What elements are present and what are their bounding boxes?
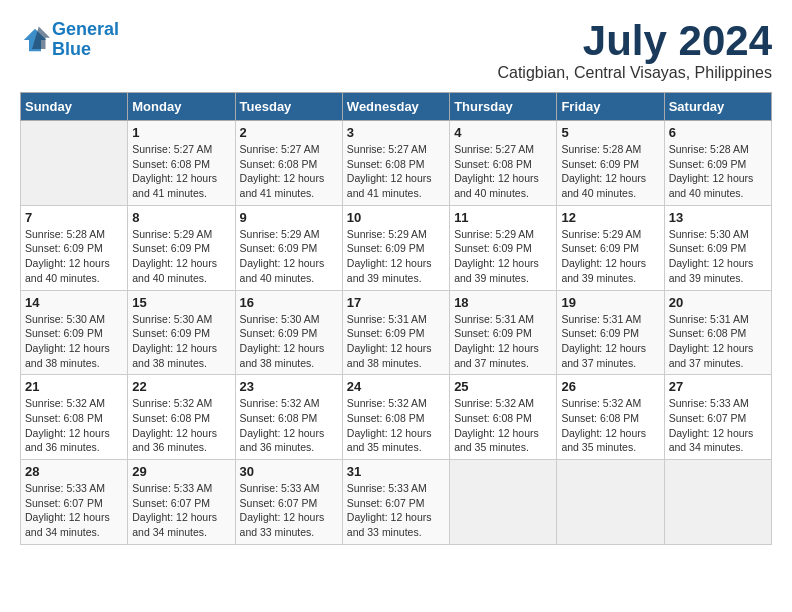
day-number: 14 <box>25 295 123 310</box>
calendar-cell: 30Sunrise: 5:33 AMSunset: 6:07 PMDayligh… <box>235 460 342 545</box>
calendar-cell: 15Sunrise: 5:30 AMSunset: 6:09 PMDayligh… <box>128 290 235 375</box>
day-number: 30 <box>240 464 338 479</box>
day-info: Sunrise: 5:29 AMSunset: 6:09 PMDaylight:… <box>240 227 338 286</box>
day-number: 7 <box>25 210 123 225</box>
logo: General Blue <box>20 20 119 60</box>
title-block: July 2024 Catigbian, Central Visayas, Ph… <box>497 20 772 82</box>
day-number: 26 <box>561 379 659 394</box>
calendar-cell: 17Sunrise: 5:31 AMSunset: 6:09 PMDayligh… <box>342 290 449 375</box>
day-info: Sunrise: 5:30 AMSunset: 6:09 PMDaylight:… <box>240 312 338 371</box>
calendar-cell: 18Sunrise: 5:31 AMSunset: 6:09 PMDayligh… <box>450 290 557 375</box>
day-number: 12 <box>561 210 659 225</box>
calendar-cell: 10Sunrise: 5:29 AMSunset: 6:09 PMDayligh… <box>342 205 449 290</box>
day-info: Sunrise: 5:32 AMSunset: 6:08 PMDaylight:… <box>454 396 552 455</box>
day-number: 25 <box>454 379 552 394</box>
location-title: Catigbian, Central Visayas, Philippines <box>497 64 772 82</box>
calendar-header: SundayMondayTuesdayWednesdayThursdayFrid… <box>21 93 772 121</box>
day-number: 5 <box>561 125 659 140</box>
calendar-cell: 28Sunrise: 5:33 AMSunset: 6:07 PMDayligh… <box>21 460 128 545</box>
week-row-1: 1Sunrise: 5:27 AMSunset: 6:08 PMDaylight… <box>21 121 772 206</box>
header-day-thursday: Thursday <box>450 93 557 121</box>
day-number: 27 <box>669 379 767 394</box>
day-info: Sunrise: 5:32 AMSunset: 6:08 PMDaylight:… <box>347 396 445 455</box>
day-info: Sunrise: 5:31 AMSunset: 6:08 PMDaylight:… <box>669 312 767 371</box>
day-number: 19 <box>561 295 659 310</box>
day-number: 8 <box>132 210 230 225</box>
day-number: 23 <box>240 379 338 394</box>
header-day-saturday: Saturday <box>664 93 771 121</box>
day-info: Sunrise: 5:27 AMSunset: 6:08 PMDaylight:… <box>132 142 230 201</box>
day-number: 28 <box>25 464 123 479</box>
day-info: Sunrise: 5:27 AMSunset: 6:08 PMDaylight:… <box>240 142 338 201</box>
calendar-cell: 14Sunrise: 5:30 AMSunset: 6:09 PMDayligh… <box>21 290 128 375</box>
day-info: Sunrise: 5:32 AMSunset: 6:08 PMDaylight:… <box>240 396 338 455</box>
day-number: 22 <box>132 379 230 394</box>
day-number: 18 <box>454 295 552 310</box>
day-number: 31 <box>347 464 445 479</box>
day-number: 13 <box>669 210 767 225</box>
day-number: 20 <box>669 295 767 310</box>
day-number: 16 <box>240 295 338 310</box>
day-info: Sunrise: 5:29 AMSunset: 6:09 PMDaylight:… <box>132 227 230 286</box>
calendar-cell: 7Sunrise: 5:28 AMSunset: 6:09 PMDaylight… <box>21 205 128 290</box>
calendar-cell <box>450 460 557 545</box>
calendar-cell: 8Sunrise: 5:29 AMSunset: 6:09 PMDaylight… <box>128 205 235 290</box>
month-year-title: July 2024 <box>497 20 772 62</box>
calendar-cell: 1Sunrise: 5:27 AMSunset: 6:08 PMDaylight… <box>128 121 235 206</box>
calendar-cell: 19Sunrise: 5:31 AMSunset: 6:09 PMDayligh… <box>557 290 664 375</box>
calendar-cell <box>664 460 771 545</box>
logo-line1: General <box>52 19 119 39</box>
header-day-monday: Monday <box>128 93 235 121</box>
calendar-cell: 2Sunrise: 5:27 AMSunset: 6:08 PMDaylight… <box>235 121 342 206</box>
calendar-cell <box>557 460 664 545</box>
day-info: Sunrise: 5:33 AMSunset: 6:07 PMDaylight:… <box>25 481 123 540</box>
calendar-cell: 5Sunrise: 5:28 AMSunset: 6:09 PMDaylight… <box>557 121 664 206</box>
day-number: 4 <box>454 125 552 140</box>
day-number: 15 <box>132 295 230 310</box>
day-info: Sunrise: 5:33 AMSunset: 6:07 PMDaylight:… <box>347 481 445 540</box>
day-info: Sunrise: 5:29 AMSunset: 6:09 PMDaylight:… <box>561 227 659 286</box>
day-number: 10 <box>347 210 445 225</box>
week-row-5: 28Sunrise: 5:33 AMSunset: 6:07 PMDayligh… <box>21 460 772 545</box>
day-info: Sunrise: 5:32 AMSunset: 6:08 PMDaylight:… <box>25 396 123 455</box>
day-info: Sunrise: 5:33 AMSunset: 6:07 PMDaylight:… <box>240 481 338 540</box>
day-info: Sunrise: 5:27 AMSunset: 6:08 PMDaylight:… <box>347 142 445 201</box>
day-info: Sunrise: 5:28 AMSunset: 6:09 PMDaylight:… <box>25 227 123 286</box>
calendar-cell: 12Sunrise: 5:29 AMSunset: 6:09 PMDayligh… <box>557 205 664 290</box>
calendar-cell: 4Sunrise: 5:27 AMSunset: 6:08 PMDaylight… <box>450 121 557 206</box>
day-number: 21 <box>25 379 123 394</box>
week-row-4: 21Sunrise: 5:32 AMSunset: 6:08 PMDayligh… <box>21 375 772 460</box>
day-number: 29 <box>132 464 230 479</box>
day-number: 11 <box>454 210 552 225</box>
day-info: Sunrise: 5:31 AMSunset: 6:09 PMDaylight:… <box>454 312 552 371</box>
calendar-cell: 25Sunrise: 5:32 AMSunset: 6:08 PMDayligh… <box>450 375 557 460</box>
day-number: 1 <box>132 125 230 140</box>
calendar-cell <box>21 121 128 206</box>
logo-icon <box>20 25 50 55</box>
day-info: Sunrise: 5:33 AMSunset: 6:07 PMDaylight:… <box>132 481 230 540</box>
week-row-3: 14Sunrise: 5:30 AMSunset: 6:09 PMDayligh… <box>21 290 772 375</box>
header-day-friday: Friday <box>557 93 664 121</box>
day-info: Sunrise: 5:30 AMSunset: 6:09 PMDaylight:… <box>132 312 230 371</box>
calendar-cell: 21Sunrise: 5:32 AMSunset: 6:08 PMDayligh… <box>21 375 128 460</box>
calendar-body: 1Sunrise: 5:27 AMSunset: 6:08 PMDaylight… <box>21 121 772 545</box>
calendar-cell: 9Sunrise: 5:29 AMSunset: 6:09 PMDaylight… <box>235 205 342 290</box>
day-info: Sunrise: 5:28 AMSunset: 6:09 PMDaylight:… <box>669 142 767 201</box>
logo-line2: Blue <box>52 39 91 59</box>
header-day-tuesday: Tuesday <box>235 93 342 121</box>
week-row-2: 7Sunrise: 5:28 AMSunset: 6:09 PMDaylight… <box>21 205 772 290</box>
day-info: Sunrise: 5:30 AMSunset: 6:09 PMDaylight:… <box>25 312 123 371</box>
calendar-cell: 16Sunrise: 5:30 AMSunset: 6:09 PMDayligh… <box>235 290 342 375</box>
calendar-cell: 22Sunrise: 5:32 AMSunset: 6:08 PMDayligh… <box>128 375 235 460</box>
calendar-table: SundayMondayTuesdayWednesdayThursdayFrid… <box>20 92 772 545</box>
day-info: Sunrise: 5:29 AMSunset: 6:09 PMDaylight:… <box>454 227 552 286</box>
day-info: Sunrise: 5:32 AMSunset: 6:08 PMDaylight:… <box>561 396 659 455</box>
day-info: Sunrise: 5:31 AMSunset: 6:09 PMDaylight:… <box>561 312 659 371</box>
calendar-cell: 20Sunrise: 5:31 AMSunset: 6:08 PMDayligh… <box>664 290 771 375</box>
day-number: 2 <box>240 125 338 140</box>
day-number: 17 <box>347 295 445 310</box>
day-number: 24 <box>347 379 445 394</box>
calendar-cell: 11Sunrise: 5:29 AMSunset: 6:09 PMDayligh… <box>450 205 557 290</box>
day-number: 6 <box>669 125 767 140</box>
calendar-cell: 6Sunrise: 5:28 AMSunset: 6:09 PMDaylight… <box>664 121 771 206</box>
